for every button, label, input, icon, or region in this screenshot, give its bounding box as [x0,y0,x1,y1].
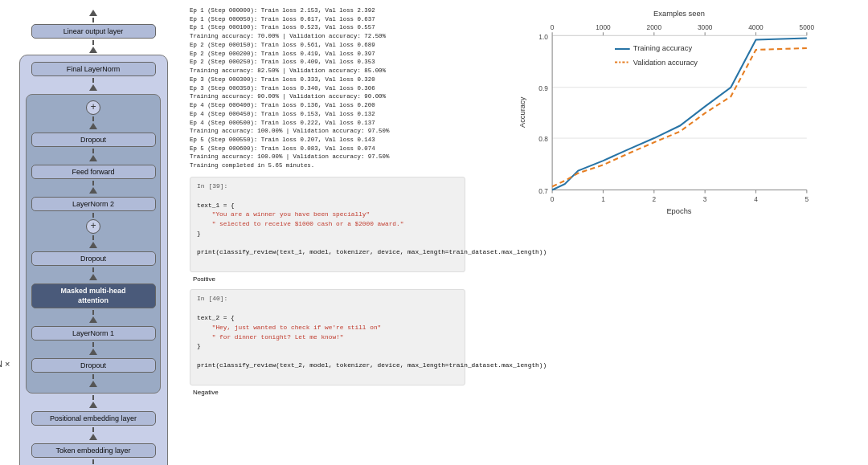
masked-attention: Masked multi-head attention [31,283,156,308]
arr8 [89,274,97,280]
accuracy-chart: Examples seen 0 1000 2000 3000 4000 5000… [478,6,860,223]
svg-text:5: 5 [805,195,809,203]
positional-embedding: Positional embedding layer [31,411,156,426]
arr9 [89,316,97,323]
vl7 [92,213,94,218]
training-log: Ep 1 (Step 000000): Train loss 2.153, Va… [190,6,465,170]
arr13 [89,434,97,440]
linear-output-layer: Linear output layer [31,24,156,39]
svg-text:0: 0 [551,195,555,203]
feed-forward: Feed forward [31,165,156,179]
svg-text:1: 1 [601,195,605,203]
dropout-2: Dropout [31,251,156,266]
cell-2-label: In [40]: [197,295,458,302]
vl14 [92,427,94,432]
cell-2-output: Negative [190,389,465,396]
layernorm-1: LayerNorm 1 [31,326,156,341]
vl6 [92,181,94,186]
x-bottom-title: Epochs [666,207,691,215]
arr4 [89,123,97,129]
svg-text:3: 3 [703,195,707,203]
chart-panel: Examples seen 0 1000 2000 3000 4000 5000… [470,0,868,465]
token-embedding: Token embedding layer [31,443,156,458]
gpt-diagram: Linear output layer GPT model Final Laye… [13,8,174,465]
vl9 [92,267,94,272]
final-layernorm: Final LayerNorm [31,62,156,76]
legend-training-line [615,48,630,50]
cell-1-code: text_1 = { "You are a winner you have be… [197,192,458,267]
transformer-block: N × + Dropout Feed forward LayerNorm 2 +… [26,94,161,394]
svg-text:2000: 2000 [647,23,662,31]
arr3 [89,84,97,91]
vl4 [92,116,94,121]
arr6 [89,187,97,194]
layernorm-2: LayerNorm 2 [31,197,156,211]
svg-text:3000: 3000 [698,23,713,31]
vl8 [92,235,94,240]
svg-text:0.8: 0.8 [538,135,548,143]
x-top-title: Examples seen [653,10,705,18]
svg-text:4: 4 [754,195,758,203]
svg-text:2: 2 [652,195,656,203]
add-residual-2: + [86,219,100,234]
svg-text:1.0: 1.0 [538,33,548,41]
arr5 [89,155,97,161]
vl3 [92,78,94,83]
svg-text:1000: 1000 [596,23,611,31]
arr11 [89,381,97,387]
arr7 [89,242,97,248]
arr12 [89,402,97,408]
cell-1-output: Positive [190,275,465,283]
legend-validation-label: Validation accuracy [633,59,698,67]
svg-text:0.7: 0.7 [538,187,548,195]
code-cell-2: In [40]: text_2 = { "Hey, just wanted to… [190,289,465,385]
gpt-diagram-panel: Linear output layer GPT model Final Laye… [0,0,185,465]
gpt-outer-box: GPT model Final LayerNorm N × + Dropout … [19,55,168,465]
vl11 [92,342,94,347]
vl5 [92,149,94,153]
arr10 [89,349,97,355]
svg-text:0: 0 [551,23,555,31]
svg-text:0.9: 0.9 [538,84,548,92]
svg-text:4000: 4000 [748,23,764,31]
nx-label: N × [0,359,10,369]
top-arrow [89,10,97,16]
vline [92,18,94,22]
cell-1-label: In [39]: [197,182,458,190]
middle-panel: Ep 1 (Step 000000): Train loss 2.153, Va… [185,0,470,465]
vl10 [92,310,94,315]
svg-text:5000: 5000 [800,23,815,31]
vl12 [92,374,94,379]
y-axis-title: Accuracy [518,96,526,128]
chart-svg: Examples seen 0 1000 2000 3000 4000 5000… [478,6,860,223]
vline2 [92,40,94,45]
dropout-3: Dropout [31,358,156,373]
code-cell-1: In [39]: text_1 = { "You are a winner yo… [190,177,465,273]
cell-2-code: text_2 = { "Hey, just wanted to check if… [197,304,458,380]
legend-training-label: Training accuracy [633,44,693,52]
dropout-1: Dropout [31,133,156,147]
vl13 [92,395,94,400]
vl15 [92,459,94,464]
arrow2 [89,47,97,53]
add-residual-1: + [86,100,100,115]
